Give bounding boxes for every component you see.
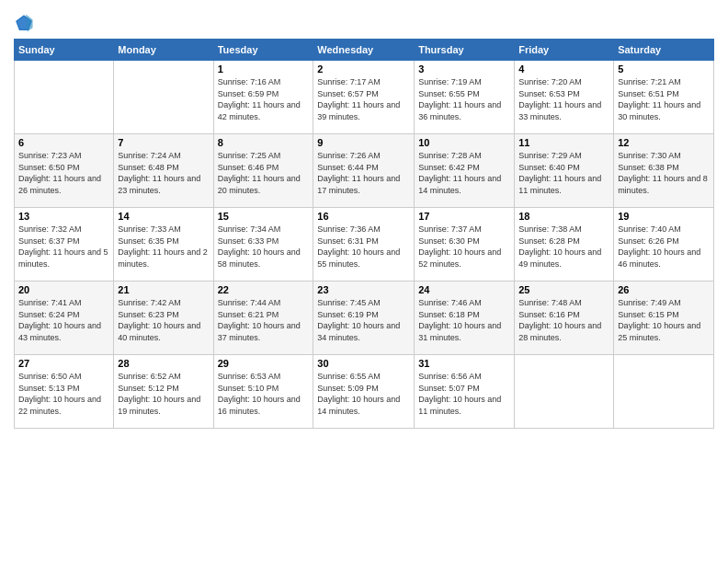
page-container: SundayMondayTuesdayWednesdayThursdayFrid… [0,0,728,438]
day-number: 2 [317,63,410,75]
calendar-cell [614,355,714,429]
day-info: Sunrise: 7:32 AM Sunset: 6:37 PM Dayligh… [18,224,109,270]
calendar-cell: 18Sunrise: 7:38 AM Sunset: 6:28 PM Dayli… [515,208,614,282]
day-info: Sunrise: 7:34 AM Sunset: 6:33 PM Dayligh… [218,224,310,270]
calendar-cell: 20Sunrise: 7:41 AM Sunset: 6:24 PM Dayli… [15,282,114,355]
day-info: Sunrise: 6:55 AM Sunset: 5:09 PM Dayligh… [317,371,410,417]
day-info: Sunrise: 7:19 AM Sunset: 6:55 PM Dayligh… [418,76,510,122]
calendar-cell: 25Sunrise: 7:48 AM Sunset: 6:16 PM Dayli… [515,282,614,355]
day-info: Sunrise: 7:20 AM Sunset: 6:53 PM Dayligh… [518,76,609,122]
day-info: Sunrise: 6:52 AM Sunset: 5:12 PM Dayligh… [118,371,209,417]
calendar-cell: 29Sunrise: 6:53 AM Sunset: 5:10 PM Dayli… [213,355,313,429]
day-info: Sunrise: 7:23 AM Sunset: 6:50 PM Dayligh… [18,150,109,196]
calendar-cell [515,355,614,429]
day-number: 5 [618,63,710,75]
day-info: Sunrise: 7:28 AM Sunset: 6:42 PM Dayligh… [418,150,510,196]
day-info: Sunrise: 7:26 AM Sunset: 6:44 PM Dayligh… [317,150,410,196]
calendar-cell: 23Sunrise: 7:45 AM Sunset: 6:19 PM Dayli… [313,282,415,355]
calendar-cell: 7Sunrise: 7:24 AM Sunset: 6:48 PM Daylig… [114,134,213,208]
day-number: 7 [118,137,209,148]
calendar-week-row: 6Sunrise: 7:23 AM Sunset: 6:50 PM Daylig… [15,134,714,208]
day-number: 15 [218,211,310,222]
calendar-cell: 31Sunrise: 6:56 AM Sunset: 5:07 PM Dayli… [415,355,515,429]
calendar-cell: 8Sunrise: 7:25 AM Sunset: 6:46 PM Daylig… [213,134,313,208]
day-header-sunday: Sunday [15,40,114,61]
day-header-tuesday: Tuesday [213,40,313,61]
calendar-cell: 2Sunrise: 7:17 AM Sunset: 6:57 PM Daylig… [313,61,415,134]
calendar-cell: 27Sunrise: 6:50 AM Sunset: 5:13 PM Dayli… [15,355,114,429]
day-info: Sunrise: 7:30 AM Sunset: 6:38 PM Dayligh… [618,150,710,196]
calendar-cell: 19Sunrise: 7:40 AM Sunset: 6:26 PM Dayli… [614,208,714,282]
calendar-cell: 9Sunrise: 7:26 AM Sunset: 6:44 PM Daylig… [313,134,415,208]
day-number: 22 [218,284,310,295]
calendar-cell: 14Sunrise: 7:33 AM Sunset: 6:35 PM Dayli… [114,208,213,282]
calendar-cell: 15Sunrise: 7:34 AM Sunset: 6:33 PM Dayli… [213,208,313,282]
calendar-cell [114,61,213,134]
day-number: 9 [317,137,410,148]
day-header-wednesday: Wednesday [313,40,415,61]
calendar-cell: 11Sunrise: 7:29 AM Sunset: 6:40 PM Dayli… [515,134,614,208]
calendar-cell: 1Sunrise: 7:16 AM Sunset: 6:59 PM Daylig… [213,61,313,134]
day-number: 11 [518,137,609,148]
day-info: Sunrise: 7:44 AM Sunset: 6:21 PM Dayligh… [218,297,310,343]
calendar-cell: 17Sunrise: 7:37 AM Sunset: 6:30 PM Dayli… [415,208,515,282]
day-info: Sunrise: 7:37 AM Sunset: 6:30 PM Dayligh… [418,224,510,270]
day-info: Sunrise: 7:29 AM Sunset: 6:40 PM Dayligh… [518,150,609,196]
calendar-table: SundayMondayTuesdayWednesdayThursdayFrid… [14,39,714,429]
day-number: 1 [218,63,310,75]
day-info: Sunrise: 7:42 AM Sunset: 6:23 PM Dayligh… [118,297,209,343]
day-number: 28 [118,358,209,369]
calendar-cell: 13Sunrise: 7:32 AM Sunset: 6:37 PM Dayli… [15,208,114,282]
day-number: 10 [418,137,510,148]
calendar-cell: 16Sunrise: 7:36 AM Sunset: 6:31 PM Dayli… [313,208,415,282]
day-number: 27 [18,358,109,369]
day-info: Sunrise: 7:41 AM Sunset: 6:24 PM Dayligh… [18,297,109,343]
calendar-cell: 28Sunrise: 6:52 AM Sunset: 5:12 PM Dayli… [114,355,213,429]
day-number: 18 [518,211,609,222]
day-number: 12 [618,137,710,148]
day-number: 19 [618,211,710,222]
day-info: Sunrise: 6:53 AM Sunset: 5:10 PM Dayligh… [218,371,310,417]
day-header-thursday: Thursday [415,40,515,61]
calendar-cell: 12Sunrise: 7:30 AM Sunset: 6:38 PM Dayli… [614,134,714,208]
calendar-cell: 26Sunrise: 7:49 AM Sunset: 6:15 PM Dayli… [614,282,714,355]
day-info: Sunrise: 7:48 AM Sunset: 6:16 PM Dayligh… [518,297,609,343]
day-info: Sunrise: 7:17 AM Sunset: 6:57 PM Dayligh… [317,76,410,122]
day-info: Sunrise: 7:33 AM Sunset: 6:35 PM Dayligh… [118,224,209,270]
day-number: 29 [218,358,310,369]
day-info: Sunrise: 7:40 AM Sunset: 6:26 PM Dayligh… [618,224,710,270]
day-info: Sunrise: 7:36 AM Sunset: 6:31 PM Dayligh… [317,224,410,270]
calendar-cell: 24Sunrise: 7:46 AM Sunset: 6:18 PM Dayli… [415,282,515,355]
day-header-monday: Monday [114,40,213,61]
calendar-cell: 4Sunrise: 7:20 AM Sunset: 6:53 PM Daylig… [515,61,614,134]
logo-icon [14,13,34,33]
calendar-cell [15,61,114,134]
calendar-cell: 30Sunrise: 6:55 AM Sunset: 5:09 PM Dayli… [313,355,415,429]
day-number: 25 [518,284,609,295]
day-header-friday: Friday [515,40,614,61]
day-info: Sunrise: 6:50 AM Sunset: 5:13 PM Dayligh… [18,371,109,417]
day-number: 24 [418,284,510,295]
day-info: Sunrise: 7:45 AM Sunset: 6:19 PM Dayligh… [317,297,410,343]
day-number: 31 [418,358,510,369]
day-number: 16 [317,211,410,222]
calendar-cell: 6Sunrise: 7:23 AM Sunset: 6:50 PM Daylig… [15,134,114,208]
calendar-week-row: 20Sunrise: 7:41 AM Sunset: 6:24 PM Dayli… [15,282,714,355]
day-info: Sunrise: 7:24 AM Sunset: 6:48 PM Dayligh… [118,150,209,196]
day-number: 6 [18,137,109,148]
day-number: 13 [18,211,109,222]
day-number: 23 [317,284,410,295]
header [14,9,714,33]
day-number: 14 [118,211,209,222]
day-number: 21 [118,284,209,295]
day-number: 20 [18,284,109,295]
day-number: 8 [218,137,310,148]
day-number: 30 [317,358,410,369]
calendar-cell: 22Sunrise: 7:44 AM Sunset: 6:21 PM Dayli… [213,282,313,355]
day-info: Sunrise: 7:16 AM Sunset: 6:59 PM Dayligh… [218,76,310,122]
calendar-cell: 3Sunrise: 7:19 AM Sunset: 6:55 PM Daylig… [415,61,515,134]
logo [14,13,36,33]
day-info: Sunrise: 7:21 AM Sunset: 6:51 PM Dayligh… [618,76,710,122]
calendar-cell: 21Sunrise: 7:42 AM Sunset: 6:23 PM Dayli… [114,282,213,355]
day-number: 4 [518,63,609,75]
